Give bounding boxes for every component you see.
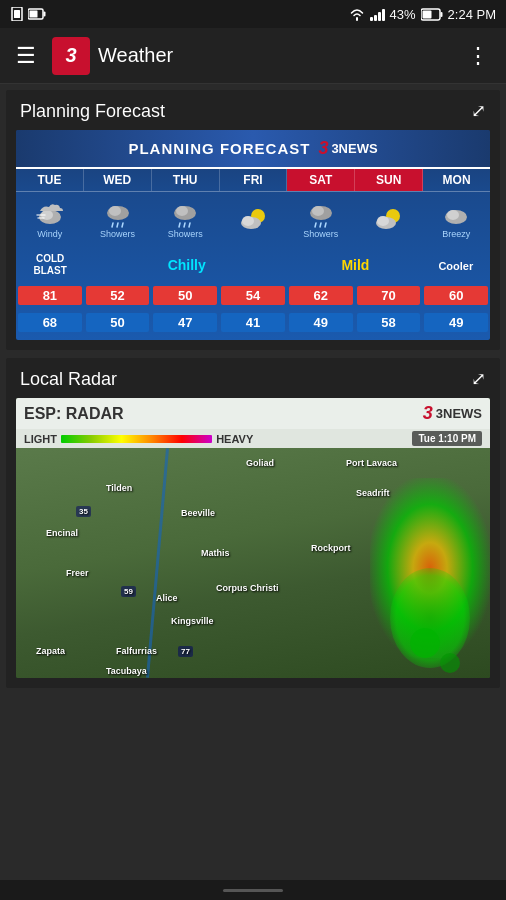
legend-color-bar — [61, 435, 212, 443]
svg-line-16 — [122, 223, 123, 227]
temp-col-sat-high: 62 — [287, 286, 355, 307]
forecast-banner: PLANNING FORECAST 3 3NEWS — [16, 130, 490, 169]
svg-rect-3 — [44, 12, 46, 17]
condition-tue: Windy — [37, 229, 62, 239]
radar-news-label: 3NEWS — [436, 406, 482, 421]
temps-row-low: 68 50 47 41 49 58 49 — [16, 310, 490, 340]
icon-col-tue: Windy — [16, 199, 84, 241]
label-col-thu: Chilly — [153, 254, 221, 276]
map-label-freer: Freer — [66, 568, 89, 578]
map-line-1 — [146, 448, 169, 677]
svg-line-15 — [117, 223, 118, 227]
svg-line-29 — [325, 223, 326, 227]
wifi-icon — [349, 7, 365, 21]
signal-bars — [370, 7, 385, 21]
planning-forecast-card: Planning Forecast ⤢ PLANNING FORECAST 3 … — [6, 90, 500, 350]
temp-col-tue-low: 68 — [16, 313, 84, 332]
svg-line-27 — [315, 223, 316, 227]
radar-banner: ESP: RADAR 3 3NEWS — [16, 398, 490, 429]
radar-time-label: Tue 1:10 PM — [412, 431, 482, 446]
temp-col-tue-high: 81 — [16, 286, 84, 307]
radar-map: Goliad Port Lavaca Tilden Seadrift Beevi… — [16, 448, 490, 678]
label-col-tue: COLDBLAST — [16, 251, 84, 279]
highway-35: 35 — [76, 506, 91, 517]
hamburger-menu-button[interactable]: ☰ — [8, 35, 44, 77]
icons-row: Windy Showers — [16, 192, 490, 247]
label-row: COLDBLAST Chilly Mild Cooler — [16, 247, 490, 283]
map-label-zapata: Zapata — [36, 646, 65, 656]
temps-row-high: 81 52 50 54 62 70 60 — [16, 283, 490, 310]
showers-icon-thu — [170, 201, 200, 229]
label-text-mon: Cooler — [438, 260, 473, 272]
highway-59: 59 — [121, 586, 136, 597]
day-col-tue: TUE — [16, 169, 84, 191]
map-label-kingsville: Kingsville — [171, 616, 214, 626]
svg-point-34 — [447, 210, 459, 220]
label-col-fri — [221, 263, 289, 267]
forecast-banner-text: PLANNING FORECAST — [128, 140, 310, 157]
svg-line-21 — [189, 223, 190, 227]
map-label-mathis: Mathis — [201, 548, 230, 558]
label-col-sat-sun: Mild — [289, 254, 422, 276]
condition-thu: Showers — [168, 229, 203, 239]
condition-mon: Breezy — [442, 229, 470, 239]
bottom-bar — [0, 880, 506, 900]
temp-col-thu-high: 50 — [151, 286, 219, 307]
cloudy-wind-icon — [35, 201, 65, 229]
cloudy-breezy-icon — [441, 201, 471, 229]
map-label-port-lavaca: Port Lavaca — [346, 458, 397, 468]
radar-blob-small-1 — [410, 628, 440, 658]
map-label-falfurrias: Falfurrias — [116, 646, 157, 656]
map-label-beeville: Beeville — [181, 508, 215, 518]
status-bar: 43% 2:24 PM — [0, 0, 506, 28]
label-text-mild: Mild — [341, 257, 369, 273]
svg-line-14 — [112, 223, 113, 227]
local-radar-expand-icon[interactable]: ⤢ — [471, 368, 486, 390]
status-left-icons — [10, 7, 46, 21]
condition-sat: Showers — [303, 229, 338, 239]
map-label-corpus: Corpus Christi — [216, 583, 279, 593]
battery-icon — [421, 8, 443, 21]
svg-rect-1 — [14, 10, 20, 18]
svg-point-24 — [242, 216, 254, 226]
more-options-button[interactable]: ⋮ — [459, 35, 498, 77]
planning-forecast-expand-icon[interactable]: ⤢ — [471, 100, 486, 122]
map-label-alice: Alice — [156, 593, 178, 603]
app-logo: 3 — [52, 37, 90, 75]
temp-col-mon-high: 60 — [422, 286, 490, 307]
map-label-tilden: Tilden — [106, 483, 132, 493]
temp-col-sun-low: 58 — [355, 313, 423, 332]
local-radar-card: Local Radar ⤢ ESP: RADAR 3 3NEWS LIGHT H… — [6, 358, 500, 688]
temp-col-wed-high: 52 — [84, 286, 152, 307]
icon-col-fri — [219, 204, 287, 236]
condition-wed: Showers — [100, 229, 135, 239]
local-radar-header: Local Radar ⤢ — [6, 358, 500, 398]
label-col-mon: Cooler — [422, 254, 490, 276]
sim-icon — [10, 7, 24, 21]
svg-rect-6 — [440, 12, 442, 17]
status-right-icons: 43% 2:24 PM — [349, 7, 496, 22]
temp-col-thu-low: 47 — [151, 313, 219, 332]
label-col-wed — [84, 263, 152, 267]
svg-rect-7 — [422, 10, 431, 18]
app-bar: ☰ 3 Weather ⋮ — [0, 28, 506, 84]
battery-small-icon — [28, 8, 46, 20]
day-col-mon: MON — [423, 169, 490, 191]
temp-col-sat-low: 49 — [287, 313, 355, 332]
icon-col-wed: Showers — [84, 199, 152, 241]
icon-col-thu: Showers — [151, 199, 219, 241]
icon-col-sat: Showers — [287, 199, 355, 241]
temp-col-wed-low: 50 — [84, 313, 152, 332]
map-label-tacubaya: Tacubaya — [106, 666, 147, 676]
svg-point-32 — [377, 216, 389, 226]
forecast-image: PLANNING FORECAST 3 3NEWS TUE WED THU FR… — [16, 130, 490, 340]
legend-heavy-label: HEAVY — [216, 433, 253, 445]
svg-point-18 — [176, 206, 188, 216]
radar-legend: LIGHT HEAVY Tue 1:10 PM — [16, 429, 490, 448]
radar-blob-small-2 — [440, 653, 460, 673]
radar-banner-text: ESP: RADAR — [24, 405, 124, 423]
label-text-tue: COLDBLAST — [18, 253, 82, 277]
showers-icon-wed — [103, 201, 133, 229]
time-display: 2:24 PM — [448, 7, 496, 22]
icon-col-sun — [355, 204, 423, 236]
